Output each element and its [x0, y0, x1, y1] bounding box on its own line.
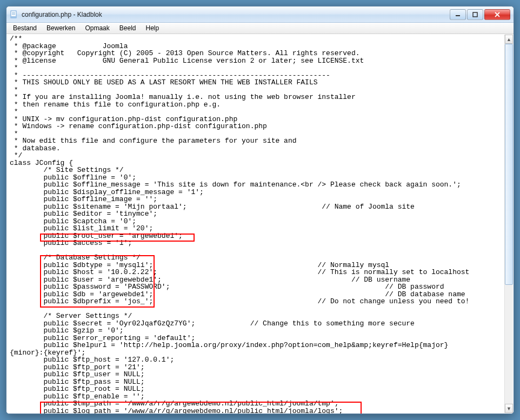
scroll-up-button[interactable]: ▲: [505, 35, 513, 44]
code-line: public $access = '1';: [10, 239, 132, 247]
maximize-button[interactable]: [467, 9, 483, 20]
menu-help[interactable]: Help: [141, 23, 163, 33]
menu-bar: Bestand Bewerken Opmaak Beeld Help: [6, 23, 514, 34]
code-line: * Windows -> rename configuration.php-di…: [10, 122, 267, 130]
svg-rect-1: [11, 16, 16, 18]
menu-format[interactable]: Opmaak: [81, 23, 114, 33]
title-bar[interactable]: configuration.php - Kladblok: [6, 6, 514, 23]
code-line: public $dbprefix = 'jos_'; // Do not cha…: [10, 297, 469, 305]
window-title: configuration.php - Kladblok: [22, 11, 450, 18]
menu-file[interactable]: Bestand: [9, 23, 41, 33]
svg-rect-6: [473, 12, 477, 17]
scroll-down-button[interactable]: ▼: [505, 404, 513, 413]
vertical-scrollbar[interactable]: ▲ ▼: [504, 35, 513, 413]
app-icon: [10, 10, 18, 19]
close-button[interactable]: [484, 9, 510, 20]
code-line: public $log_path = '/www/a/r/g/argewebde…: [10, 407, 343, 414]
window-controls: [450, 9, 510, 20]
scrollbar-track[interactable]: [505, 44, 513, 404]
minimize-button[interactable]: [450, 9, 466, 20]
code-line: * then rename this file to configuration…: [10, 101, 221, 109]
menu-view[interactable]: Beeld: [115, 23, 141, 33]
menu-edit[interactable]: Bewerken: [42, 23, 79, 33]
code-line: * THIS SHOULD ONLY BE USED AS A LAST RES…: [10, 78, 318, 86]
client-area: /** * @package Joomla * @copyright Copyr…: [6, 34, 514, 414]
scrollbar-thumb[interactable]: [505, 44, 513, 285]
code-line: * @license GNU General Public License ve…: [10, 57, 364, 65]
text-editor[interactable]: /** * @package Joomla * @copyright Copyr…: [6, 34, 504, 414]
app-window: configuration.php - Kladblok Bestand Bew…: [6, 6, 514, 414]
